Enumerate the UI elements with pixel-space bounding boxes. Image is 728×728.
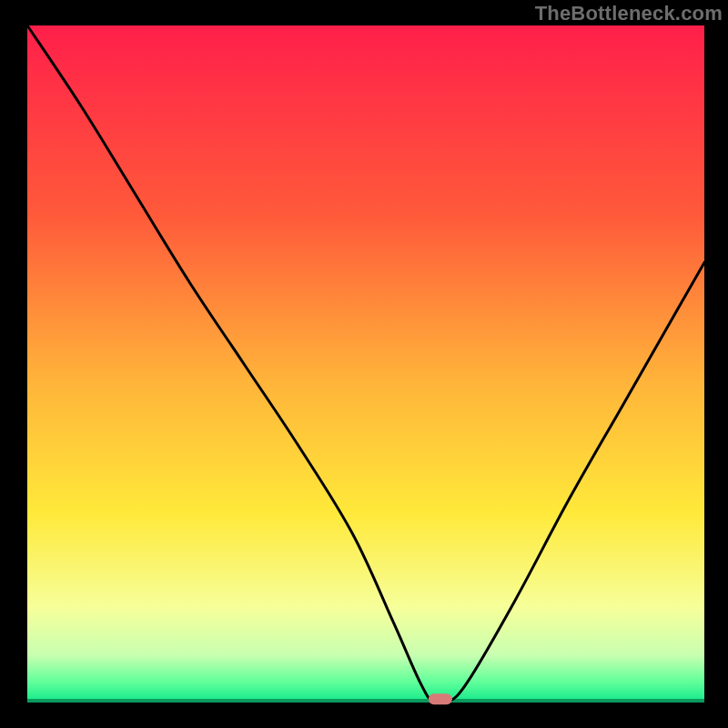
plot-background	[27, 25, 704, 703]
bottleneck-chart	[0, 0, 728, 728]
plot-bottom-edge	[27, 699, 704, 703]
watermark-text: TheBottleneck.com	[535, 2, 723, 25]
chart-container: TheBottleneck.com	[0, 0, 728, 728]
optimum-marker	[429, 693, 452, 704]
